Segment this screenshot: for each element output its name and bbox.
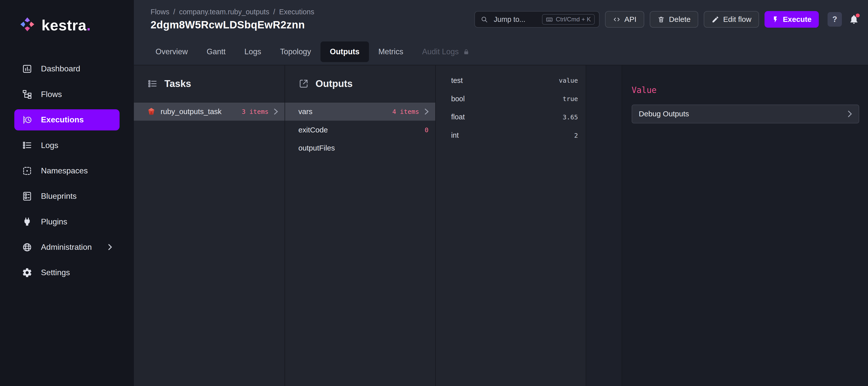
debug-outputs-button[interactable]: Debug Outputs bbox=[632, 105, 859, 123]
pencil-icon bbox=[712, 16, 719, 23]
executions-icon bbox=[22, 114, 33, 125]
sidebar-item-namespaces[interactable]: Namespaces bbox=[14, 160, 120, 181]
kestra-logo-text: kestra. bbox=[41, 17, 91, 34]
task-row-ruby-outputs-task[interactable]: ruby_outputs_task 3 items bbox=[134, 102, 285, 121]
sidebar-item-label: Executions bbox=[41, 115, 84, 124]
search-shortcut: Ctrl/Cmd + K bbox=[542, 14, 594, 24]
plugins-icon bbox=[22, 216, 33, 227]
app-root: kestra. Dashboard Flows Executions bbox=[0, 0, 868, 386]
tab-metrics[interactable]: Metrics bbox=[369, 39, 413, 65]
outputs-column: Outputs vars 4 items exitCode 0 outputFi… bbox=[285, 65, 435, 386]
execute-button[interactable]: Execute bbox=[765, 11, 818, 28]
top-bar-actions: Ctrl/Cmd + K API Delete bbox=[474, 11, 859, 28]
namespaces-icon bbox=[22, 165, 33, 176]
settings-icon bbox=[22, 267, 33, 278]
value-detail-panel: Value Debug Outputs bbox=[622, 65, 868, 386]
chevron-right-icon bbox=[425, 109, 429, 115]
chevron-right-icon bbox=[274, 109, 278, 115]
tab-topology[interactable]: Topology bbox=[271, 39, 320, 65]
kv-value: 2 bbox=[574, 132, 578, 139]
output-row-label: exitCode bbox=[299, 126, 328, 134]
dashboard-icon bbox=[22, 63, 33, 75]
output-row-vars[interactable]: vars 4 items bbox=[285, 102, 435, 121]
vars-values-column: test value bool true float 3.65 int 2 bbox=[436, 65, 586, 386]
tab-gantt[interactable]: Gantt bbox=[197, 39, 235, 65]
flows-icon bbox=[22, 89, 33, 100]
notification-dot bbox=[856, 13, 860, 17]
kv-key: float bbox=[451, 113, 465, 121]
top-bar: Flows / company.team.ruby_outputs / Exec… bbox=[134, 0, 868, 39]
kv-value: true bbox=[563, 95, 578, 102]
jump-to-search[interactable]: Ctrl/Cmd + K bbox=[474, 11, 599, 28]
kestra-logo-icon bbox=[20, 17, 35, 34]
tasks-column-header: Tasks bbox=[134, 65, 285, 102]
keyboard-icon bbox=[546, 16, 553, 23]
sidebar-item-label: Namespaces bbox=[41, 166, 88, 175]
breadcrumb-separator: / bbox=[273, 8, 275, 16]
outputs-column-title: Outputs bbox=[315, 78, 352, 89]
sidebar-item-label: Administration bbox=[41, 242, 92, 252]
execution-id-title: 2dgm8W5RcwLDSbqEwR2znn bbox=[150, 19, 314, 31]
breadcrumb-executions[interactable]: Executions bbox=[279, 8, 314, 16]
sidebar-item-settings[interactable]: Settings bbox=[14, 262, 120, 283]
sidebar-item-label: Flows bbox=[41, 90, 62, 99]
tasks-column-title: Tasks bbox=[164, 78, 191, 89]
sidebar-item-plugins[interactable]: Plugins bbox=[14, 211, 120, 232]
breadcrumb-separator: / bbox=[173, 8, 175, 16]
sidebar-menu: Dashboard Flows Executions Logs bbox=[0, 56, 134, 285]
chevron-right-icon bbox=[848, 110, 852, 118]
breadcrumb-flows[interactable]: Flows bbox=[150, 8, 169, 16]
top-bar-left: Flows / company.team.ruby_outputs / Exec… bbox=[150, 8, 314, 31]
sidebar-item-blueprints[interactable]: Blueprints bbox=[14, 186, 120, 207]
help-button[interactable]: ? bbox=[828, 12, 842, 26]
sidebar-item-label: Plugins bbox=[41, 217, 67, 227]
task-row-label: ruby_outputs_task bbox=[160, 107, 221, 116]
blueprints-icon bbox=[22, 191, 33, 202]
output-row-exitcode[interactable]: exitCode 0 bbox=[285, 121, 435, 139]
delete-button[interactable]: Delete bbox=[650, 11, 699, 28]
sidebar-item-label: Settings bbox=[41, 268, 70, 277]
lock-icon bbox=[463, 48, 470, 56]
tab-overview[interactable]: Overview bbox=[146, 39, 197, 65]
tab-logs[interactable]: Logs bbox=[235, 39, 271, 65]
outputs-column-header: Outputs bbox=[285, 65, 435, 102]
sidebar-item-administration[interactable]: Administration bbox=[14, 237, 120, 258]
sidebar-item-label: Blueprints bbox=[41, 191, 76, 201]
output-row-count: 4 items bbox=[392, 108, 419, 115]
sidebar-item-executions[interactable]: Executions bbox=[14, 109, 120, 130]
outputs-debug-view: Tasks ruby_outputs_task 3 items bbox=[134, 65, 868, 386]
edit-flow-button[interactable]: Edit flow bbox=[704, 11, 759, 28]
kv-key: bool bbox=[451, 95, 465, 103]
output-row-label: vars bbox=[299, 107, 312, 116]
value-panel-title: Value bbox=[632, 85, 859, 95]
search-icon bbox=[480, 16, 488, 23]
kv-key: test bbox=[451, 77, 463, 85]
execution-tabs: Overview Gantt Logs Topology Outputs Met… bbox=[134, 39, 868, 65]
tasks-list-icon bbox=[147, 79, 158, 89]
kestra-logo[interactable]: kestra. bbox=[0, 0, 134, 34]
kv-value: 3.65 bbox=[563, 113, 578, 121]
kv-row-bool: bool true bbox=[436, 90, 586, 108]
logs-icon bbox=[22, 140, 33, 151]
sidebar-item-flows[interactable]: Flows bbox=[14, 84, 120, 105]
sidebar-item-logs[interactable]: Logs bbox=[14, 135, 120, 156]
administration-icon bbox=[22, 242, 33, 253]
sidebar: kestra. Dashboard Flows Executions bbox=[0, 0, 134, 386]
notifications-bell-icon[interactable] bbox=[849, 14, 859, 25]
task-row-count: 3 items bbox=[242, 108, 269, 115]
sidebar-item-dashboard[interactable]: Dashboard bbox=[14, 58, 120, 80]
breadcrumb: Flows / company.team.ruby_outputs / Exec… bbox=[150, 8, 314, 16]
search-input[interactable] bbox=[493, 14, 538, 24]
kv-value: value bbox=[559, 77, 578, 84]
ruby-gem-icon bbox=[147, 107, 155, 116]
kv-row-float: float 3.65 bbox=[436, 108, 586, 126]
lightning-icon bbox=[772, 16, 779, 23]
main-area: Flows / company.team.ruby_outputs / Exec… bbox=[134, 0, 868, 386]
sidebar-item-label: Dashboard bbox=[41, 64, 80, 73]
tab-audit-logs[interactable]: Audit Logs bbox=[413, 39, 479, 65]
breadcrumb-namespace[interactable]: company.team.ruby_outputs bbox=[179, 8, 269, 16]
api-button[interactable]: API bbox=[605, 11, 644, 28]
output-row-outputfiles[interactable]: outputFiles bbox=[285, 139, 435, 157]
output-row-count: 0 bbox=[425, 126, 429, 134]
tab-outputs[interactable]: Outputs bbox=[320, 41, 369, 62]
